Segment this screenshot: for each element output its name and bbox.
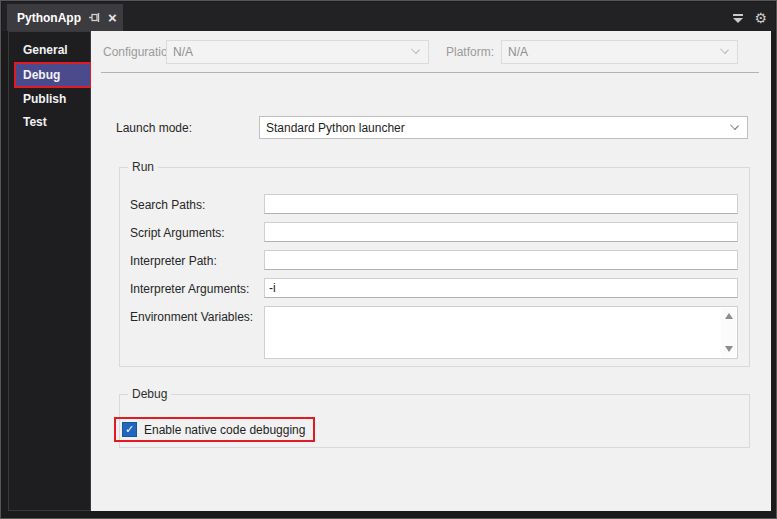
debug-group-title: Debug — [128, 387, 171, 401]
run-groupbox: Run Search Paths: Script Arguments: Inte… — [119, 167, 750, 367]
vertical-scrollbar[interactable] — [721, 308, 736, 357]
search-paths-input[interactable] — [264, 194, 738, 214]
debug-groupbox: Debug ✓ Enable native code debugging — [119, 394, 750, 448]
document-tab-bar: PythonApp × ⚙ — [2, 2, 775, 31]
tab-bar-controls: ⚙ — [732, 11, 767, 25]
interpreter-path-label: Interpreter Path: — [130, 254, 217, 268]
environment-variables-textarea[interactable] — [264, 306, 738, 359]
chevron-down-icon — [720, 45, 729, 54]
document-list-dropdown-icon[interactable] — [732, 12, 744, 24]
sidebar-item-test[interactable]: Test — [9, 111, 90, 134]
pin-icon[interactable] — [88, 11, 101, 24]
configuration-value: N/A — [173, 45, 193, 59]
script-arguments-input[interactable] — [264, 222, 738, 242]
toolbar-separator — [101, 72, 759, 73]
tab-pythonapp[interactable]: PythonApp × — [7, 4, 123, 31]
chevron-down-icon — [730, 121, 739, 130]
sidebar-item-general[interactable]: General — [9, 39, 90, 62]
launch-mode-dropdown[interactable]: Standard Python launcher — [259, 116, 748, 139]
scroll-up-icon[interactable] — [725, 313, 733, 319]
scroll-down-icon[interactable] — [725, 346, 733, 352]
interpreter-arguments-label: Interpreter Arguments: — [130, 282, 249, 296]
interpreter-path-input[interactable] — [264, 250, 738, 270]
platform-dropdown[interactable]: N/A — [501, 40, 738, 64]
debug-properties-page: Configuration: N/A Platform: N/A Launch … — [91, 31, 771, 511]
native-debugging-annotation: ✓ Enable native code debugging — [114, 417, 315, 442]
platform-label: Platform: — [446, 45, 494, 59]
close-icon[interactable]: × — [108, 11, 117, 24]
script-arguments-label: Script Arguments: — [130, 226, 225, 240]
sidebar-item-debug[interactable]: Debug — [14, 62, 92, 88]
project-properties-window: PythonApp × ⚙ General Debug Publish Test — [0, 0, 777, 519]
configuration-dropdown[interactable]: N/A — [166, 40, 429, 64]
launch-mode-value: Standard Python launcher — [266, 121, 405, 135]
gear-icon[interactable]: ⚙ — [754, 11, 767, 25]
chevron-down-icon — [411, 45, 420, 54]
sidebar-item-publish[interactable]: Publish — [9, 88, 90, 111]
launch-mode-label: Launch mode: — [116, 121, 192, 135]
environment-variables-label: Environment Variables: — [130, 310, 253, 324]
interpreter-arguments-input[interactable] — [264, 278, 738, 298]
search-paths-label: Search Paths: — [130, 198, 205, 212]
native-debugging-checkbox[interactable]: ✓ — [122, 422, 137, 437]
platform-value: N/A — [508, 45, 528, 59]
properties-nav-sidebar: General Debug Publish Test — [8, 31, 91, 511]
run-group-title: Run — [128, 160, 158, 174]
native-debugging-label: Enable native code debugging — [144, 423, 305, 437]
tab-title: PythonApp — [17, 11, 81, 25]
